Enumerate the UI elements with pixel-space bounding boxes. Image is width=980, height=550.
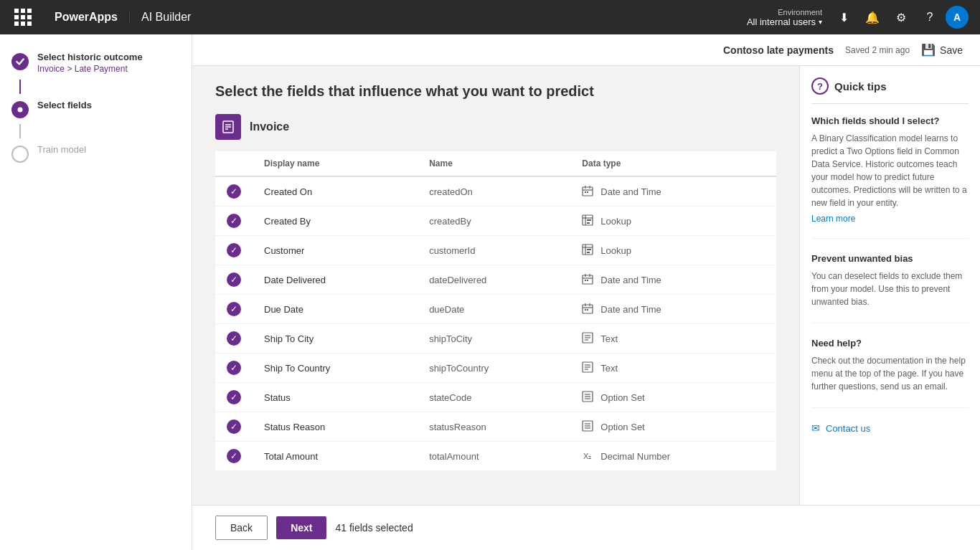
row-data-type: Lookup — [570, 207, 776, 236]
row-check[interactable]: ✓ — [215, 265, 253, 295]
row-check[interactable]: ✓ — [215, 236, 253, 265]
table-row[interactable]: ✓ Status stateCode Option Set — [215, 383, 776, 412]
datatype-label: Lookup — [600, 245, 631, 256]
save-button[interactable]: 💾 Save — [921, 43, 963, 57]
row-check[interactable]: ✓ — [215, 324, 253, 354]
next-button[interactable]: Next — [276, 516, 326, 539]
row-check[interactable]: ✓ — [215, 176, 253, 207]
environment-selector[interactable]: Environment All internal users ▾ — [741, 8, 828, 27]
row-check[interactable]: ✓ — [215, 354, 253, 383]
step-2-content: Select fields — [37, 100, 180, 110]
quick-tips-panel: ? Quick tips Which fields should I selec… — [799, 66, 980, 505]
row-data-type: Lookup — [570, 236, 776, 265]
datatype-label: Date and Time — [600, 186, 661, 197]
table-row[interactable]: ✓ Ship To City shipToCity Text — [215, 324, 776, 354]
row-data-type: Date and Time — [570, 265, 776, 295]
notification-icon[interactable]: 🔔 — [859, 4, 885, 30]
table-row[interactable]: ✓ Ship To Country shipToCountry Text — [215, 354, 776, 383]
table-row[interactable]: ✓ Status Reason statusReason Option Set — [215, 412, 776, 442]
row-check[interactable]: ✓ — [215, 412, 253, 442]
top-navigation: PowerApps AI Builder Environment All int… — [0, 0, 980, 34]
row-data-type: Text — [570, 324, 776, 354]
back-button[interactable]: Back — [215, 516, 268, 540]
svg-point-0 — [18, 108, 23, 113]
row-display-name: Customer — [253, 236, 418, 265]
row-display-name: Status Reason — [253, 412, 418, 442]
row-check[interactable]: ✓ — [215, 207, 253, 236]
invoice-header: Invoice — [215, 114, 776, 140]
contact-us-label: Contact us — [826, 423, 870, 434]
row-display-name: Ship To City — [253, 324, 418, 354]
invoice-icon — [215, 114, 241, 140]
col-check — [215, 151, 253, 176]
datatype-label: Decimal Number — [600, 451, 670, 462]
datatype-icon — [582, 185, 595, 199]
powerapps-logo[interactable]: PowerApps — [43, 11, 130, 24]
table-row[interactable]: ✓ Date Delivered dateDelivered Date and … — [215, 265, 776, 295]
row-check[interactable]: ✓ — [215, 383, 253, 412]
tip-1-heading: Which fields should I select? — [811, 115, 969, 126]
tip-1-text: A Binary Classification model learns to … — [811, 132, 969, 209]
step-2-circle — [11, 101, 29, 118]
question-icon: ? — [811, 77, 829, 95]
datatype-label: Option Set — [600, 422, 644, 432]
main-content: Contoso late payments Saved 2 min ago 💾 … — [192, 34, 980, 550]
datatype-icon — [582, 214, 595, 228]
row-name: shipToCity — [418, 324, 570, 354]
step-3-content: Train model — [37, 144, 180, 155]
invoice-label: Invoice — [250, 120, 289, 133]
contact-us[interactable]: ✉ Contact us — [811, 422, 969, 434]
step-1-link-invoice[interactable]: Invoice — [37, 64, 65, 74]
help-icon[interactable]: ? — [917, 4, 943, 30]
row-data-type: Date and Time — [570, 176, 776, 207]
step-1-separator: > — [67, 64, 74, 74]
step-1-link-latepayment[interactable]: Late Payment — [75, 64, 128, 74]
settings-icon[interactable]: ⚙ — [888, 4, 914, 30]
svg-rect-14 — [587, 219, 591, 221]
learn-more-link[interactable]: Learn more — [811, 214, 969, 224]
row-name: stateCode — [418, 383, 570, 412]
datatype-icon: X₂ — [582, 450, 595, 463]
step-1[interactable]: Select historic outcome Invoice > Late P… — [0, 46, 192, 80]
download-icon[interactable]: ⬇ — [831, 4, 857, 30]
datatype-icon — [582, 420, 595, 434]
step-1-content: Select historic outcome Invoice > Late P… — [37, 52, 180, 74]
fields-count: 41 fields selected — [335, 522, 413, 534]
check-icon: ✓ — [227, 419, 241, 434]
table-row[interactable]: ✓ Total Amount totalAmount X₂ Decimal Nu… — [215, 442, 776, 471]
table-row[interactable]: ✓ Due Date dueDate Date and Time — [215, 295, 776, 324]
check-icon: ✓ — [227, 184, 241, 199]
footer: Back Next 41 fields selected — [192, 505, 980, 550]
datatype-label: Text — [600, 363, 618, 374]
row-check[interactable]: ✓ — [215, 442, 253, 471]
row-display-name: Ship To Country — [253, 354, 418, 383]
row-check[interactable]: ✓ — [215, 295, 253, 324]
datatype-icon — [582, 332, 595, 346]
waffle-menu[interactable] — [9, 3, 37, 32]
fields-table: Display name Name Data type ✓ Created On… — [215, 151, 776, 471]
table-row[interactable]: ✓ Customer customerId Lookup — [215, 236, 776, 265]
table-row[interactable]: ✓ Created On createdOn Date and Time — [215, 176, 776, 207]
row-name: shipToCountry — [418, 354, 570, 383]
sidebar: Select historic outcome Invoice > Late P… — [0, 34, 192, 550]
svg-rect-31 — [585, 309, 586, 310]
environment-label: Environment — [778, 8, 822, 16]
tip-2-heading: Prevent unwanted bias — [811, 253, 969, 264]
step-2[interactable]: Select fields — [0, 94, 192, 124]
svg-rect-15 — [587, 222, 590, 224]
avatar[interactable]: A — [946, 6, 969, 29]
tip-2-text: You can deselect fields to exclude them … — [811, 270, 969, 308]
step-1-circle — [11, 53, 29, 70]
save-label: Save — [940, 44, 963, 56]
row-display-name: Total Amount — [253, 442, 418, 471]
step-2-title: Select fields — [37, 100, 180, 110]
step-3-title: Train model — [37, 144, 180, 155]
col-name: Name — [418, 151, 570, 176]
tip-section-2: Prevent unwanted bias You can deselect f… — [811, 253, 969, 323]
datatype-icon — [582, 361, 595, 375]
table-row[interactable]: ✓ Created By createdBy Lookup — [215, 207, 776, 236]
aibuilder-label: AI Builder — [130, 11, 202, 24]
step-1-title: Select historic outcome — [37, 52, 180, 62]
svg-rect-32 — [587, 309, 588, 310]
tip-3-heading: Need help? — [811, 338, 969, 349]
